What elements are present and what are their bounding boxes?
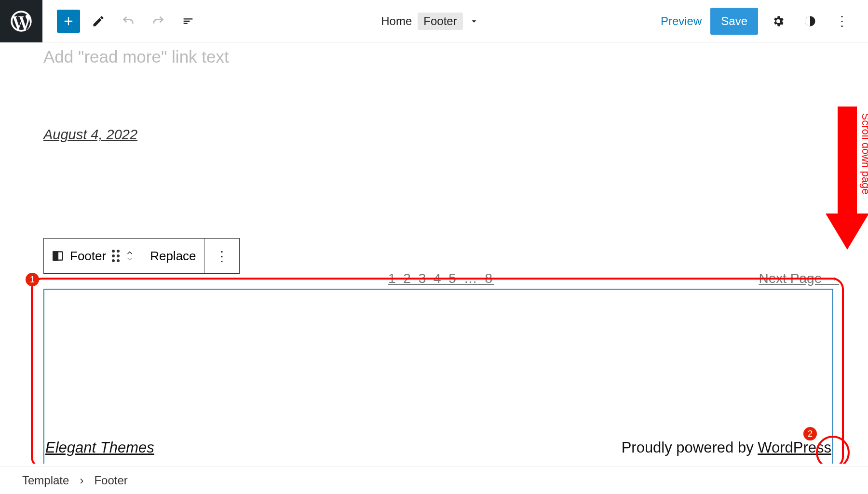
block-floating-toolbar: Footer Replace bbox=[43, 238, 240, 274]
undo-icon bbox=[122, 14, 135, 28]
preview-button[interactable]: Preview bbox=[661, 14, 702, 28]
page-numbers[interactable]: 1 2 3 4 5 … 8 bbox=[388, 271, 494, 286]
settings-button[interactable] bbox=[767, 10, 790, 33]
template-part-tag: Footer bbox=[418, 13, 462, 30]
bottom-breadcrumb: Template › Footer bbox=[0, 467, 868, 494]
plus-icon bbox=[62, 14, 75, 28]
move-arrows[interactable] bbox=[125, 250, 134, 262]
block-more-button[interactable] bbox=[204, 239, 239, 273]
edit-tool-button[interactable] bbox=[87, 10, 110, 33]
block-type-cell[interactable]: Footer bbox=[44, 239, 142, 273]
pencil-icon bbox=[92, 14, 105, 28]
scroll-label: Scroll down page bbox=[860, 113, 868, 195]
wordpress-icon bbox=[9, 9, 34, 34]
template-part-icon bbox=[52, 250, 64, 262]
dots-vertical-icon bbox=[215, 248, 229, 264]
gear-icon bbox=[772, 14, 785, 28]
list-view-icon bbox=[181, 14, 195, 28]
dots-vertical-icon bbox=[835, 13, 849, 29]
replace-button[interactable]: Replace bbox=[142, 239, 204, 273]
redo-icon bbox=[151, 14, 165, 28]
annotation-badge-1: 1 bbox=[26, 273, 39, 286]
undo-button[interactable] bbox=[117, 10, 140, 33]
site-credits: Proudly powered by WordPress bbox=[622, 439, 831, 456]
chevron-down-icon bbox=[469, 16, 479, 27]
drag-handle-icon[interactable] bbox=[112, 250, 120, 262]
footer-template-part[interactable]: Elegant Themes Proudly powered by WordPr… bbox=[43, 289, 833, 464]
document-title-area[interactable]: Home Footer bbox=[200, 13, 661, 30]
breadcrumb-root[interactable]: Template bbox=[22, 474, 69, 487]
post-date-block[interactable]: August 4, 2022 bbox=[43, 127, 137, 143]
breadcrumb-separator: › bbox=[80, 474, 83, 487]
chevron-down-icon bbox=[125, 256, 134, 262]
chevron-up-icon bbox=[125, 250, 134, 255]
next-page-link[interactable]: Next Page → bbox=[759, 271, 839, 286]
footer-content-row: Elegant Themes Proudly powered by WordPr… bbox=[44, 439, 832, 456]
pagination-row: Previous Page 1 2 3 4 5 … 8 Next Page → bbox=[43, 271, 839, 286]
readmore-placeholder[interactable]: Add "read more" link text bbox=[43, 47, 229, 67]
editor-canvas[interactable]: Add "read more" link text August 4, 2022… bbox=[0, 42, 868, 464]
styles-button[interactable] bbox=[799, 10, 822, 33]
block-type-label: Footer bbox=[70, 249, 106, 264]
styles-icon bbox=[803, 14, 817, 28]
scroll-arrow-annotation bbox=[832, 93, 862, 252]
wordpress-link[interactable]: WordPress bbox=[758, 439, 831, 456]
save-button[interactable]: Save bbox=[710, 8, 758, 35]
breadcrumb-current[interactable]: Footer bbox=[94, 474, 127, 487]
site-title-link[interactable]: Elegant Themes bbox=[45, 439, 154, 456]
svg-rect-2 bbox=[53, 252, 58, 260]
toolbar-right-group: Preview Save bbox=[661, 8, 868, 35]
more-options-button[interactable] bbox=[830, 10, 854, 33]
toolbar-left-group bbox=[42, 10, 200, 33]
top-toolbar: Home Footer Preview Save bbox=[0, 0, 868, 42]
context-label: Home bbox=[381, 14, 412, 28]
redo-button[interactable] bbox=[147, 10, 170, 33]
wordpress-logo[interactable] bbox=[0, 0, 42, 42]
add-block-toolbar-button[interactable] bbox=[57, 10, 80, 33]
list-view-button[interactable] bbox=[176, 10, 200, 33]
